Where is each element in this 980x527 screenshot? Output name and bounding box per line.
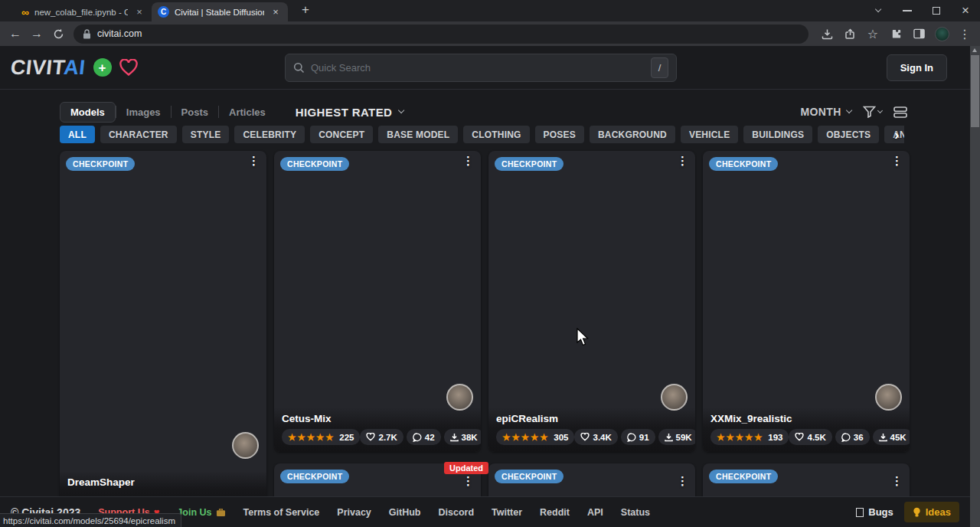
layout-toggle-button[interactable] <box>893 106 907 118</box>
rating-count: 193 <box>768 433 782 442</box>
checkpoint-badge: CHECKPOINT <box>280 157 349 171</box>
period-dropdown[interactable]: MONTH <box>800 106 851 118</box>
chip-vehicle[interactable]: VEHICLE <box>681 126 738 143</box>
chip-base-model[interactable]: BASE MODEL <box>378 126 458 143</box>
model-card-xxmix[interactable]: XXMix_9realistic ★★★★★193 4.5K 36 45K CH… <box>703 151 910 452</box>
sort-dropdown[interactable]: HIGHEST RATED <box>296 106 404 119</box>
civitai-logo[interactable]: CIVITAI <box>9 56 87 80</box>
sign-in-button[interactable]: Sign In <box>887 54 947 81</box>
profile-avatar[interactable] <box>931 23 952 44</box>
footer-right: Bugs Ideas <box>856 502 959 522</box>
footer-link-discord[interactable]: Discord <box>438 507 474 518</box>
support-heart-icon[interactable] <box>119 59 139 77</box>
browser-menu-icon[interactable]: ⋮ <box>954 23 975 44</box>
extensions-puzzle-icon[interactable] <box>885 23 906 44</box>
colab-favicon: ∞ <box>21 7 29 18</box>
window-maximize-button[interactable] <box>922 0 951 21</box>
card-menu-icon[interactable]: ⋮ <box>891 474 903 488</box>
card-info: epiCRealism ★★★★★305 3.4K 91 59K <box>488 408 695 452</box>
card-menu-icon[interactable]: ⋮ <box>677 154 688 168</box>
card-menu-icon[interactable]: ⋮ <box>462 474 474 488</box>
card-menu-icon[interactable]: ⋮ <box>891 154 903 168</box>
chip-character[interactable]: CHARACTER <box>100 126 177 143</box>
downloads-count: 59K <box>676 433 692 442</box>
tab-models[interactable]: Models <box>60 102 116 123</box>
footer-link-join-us[interactable]: Join Us <box>177 507 225 518</box>
creator-avatar[interactable] <box>232 432 259 459</box>
quick-search-bar[interactable]: / <box>285 54 677 82</box>
browser-tab-bar: ∞ new_colab_file.ipynb - Colaborat × C C… <box>0 0 980 21</box>
create-plus-button[interactable]: + <box>93 58 112 77</box>
search-input[interactable] <box>311 62 645 74</box>
back-icon[interactable]: ← <box>5 23 26 44</box>
tab-images[interactable]: Images <box>116 103 171 122</box>
chip-objects[interactable]: OBJECTS <box>818 126 879 143</box>
card-menu-icon[interactable]: ⋮ <box>462 154 474 168</box>
chip-all[interactable]: ALL <box>60 126 95 143</box>
star-icons: ★★★★★ <box>717 432 763 443</box>
page-scrollbar[interactable] <box>970 46 980 527</box>
footer-link-status[interactable]: Status <box>621 507 650 518</box>
address-bar[interactable]: civitai.com <box>74 25 808 44</box>
bookmark-star-icon[interactable]: ☆ <box>862 23 884 44</box>
chevron-down-icon <box>398 107 405 114</box>
reload-icon[interactable] <box>47 23 69 44</box>
downloads-pill: 59K <box>658 429 695 445</box>
card-menu-icon[interactable]: ⋮ <box>677 474 688 488</box>
tab-posts[interactable]: Posts <box>172 103 218 122</box>
tab-close-icon[interactable]: × <box>133 6 145 18</box>
ideas-button[interactable]: Ideas <box>904 502 959 522</box>
checkpoint-badge: CHECKPOINT <box>495 157 564 171</box>
chip-concept[interactable]: CONCEPT <box>310 126 373 143</box>
model-card-dreamshaper[interactable]: DreamShaper CHECKPOINT ⋮ <box>60 151 266 511</box>
rating-count: 225 <box>339 433 354 442</box>
side-panel-icon[interactable] <box>908 23 929 44</box>
card-layout-icon <box>893 106 907 118</box>
browser-toolbar: ← → civitai.com ☆ ⋮ <box>0 21 980 46</box>
chip-style[interactable]: STYLE <box>182 126 230 143</box>
new-tab-button[interactable]: + <box>296 2 315 18</box>
downloads-count: 45K <box>890 433 906 442</box>
share-icon[interactable] <box>839 23 861 44</box>
chip-celebrity[interactable]: CELEBRITY <box>234 126 305 143</box>
browser-tab-civitai[interactable]: C Civitai | Stable Diffusion models, × <box>152 2 288 21</box>
chip-background[interactable]: BACKGROUND <box>590 126 675 143</box>
scrollbar-thumb[interactable] <box>971 55 979 127</box>
likes-pill: 4.5K <box>789 429 831 445</box>
star-icons: ★★★★★ <box>502 432 549 443</box>
comments-count: 42 <box>425 433 435 442</box>
tab-close-icon[interactable]: × <box>270 6 282 18</box>
creator-avatar[interactable] <box>661 384 688 411</box>
tab-search-chevron-icon[interactable] <box>864 0 893 21</box>
model-card-cetus-mix[interactable]: Cetus-Mix ★★★★★225 2.7K 42 38K CHECKPOIN… <box>274 151 481 452</box>
footer-link-twitter[interactable]: Twitter <box>492 507 522 518</box>
tab-articles[interactable]: Articles <box>219 103 276 122</box>
chips-scroll-right-icon[interactable]: › <box>894 126 899 143</box>
checkpoint-badge: CHECKPOINT <box>66 157 135 171</box>
footer-link-api[interactable]: API <box>587 507 603 518</box>
browser-tab-colab[interactable]: ∞ new_colab_file.ipynb - Colaborat × <box>15 2 152 21</box>
chip-poses[interactable]: POSES <box>535 126 584 143</box>
footer-link-reddit[interactable]: Reddit <box>540 507 570 518</box>
creator-avatar[interactable] <box>875 384 902 411</box>
download-icon[interactable] <box>816 23 838 44</box>
card-menu-icon[interactable]: ⋮ <box>248 154 260 168</box>
filter-dropdown[interactable] <box>863 106 882 118</box>
card-info: XXMix_9realistic ★★★★★193 4.5K 36 45K <box>703 408 910 452</box>
comments-pill: 36 <box>835 429 870 445</box>
creator-avatar[interactable] <box>446 384 473 411</box>
footer-link-privacy[interactable]: Privacy <box>337 507 371 518</box>
bugs-button[interactable]: Bugs <box>856 506 893 518</box>
model-card-epicrealism[interactable]: epiCRealism ★★★★★305 3.4K 91 59K CHECKPO… <box>488 151 695 452</box>
window-close-button[interactable]: × <box>951 0 980 21</box>
chip-clothing[interactable]: CLOTHING <box>463 126 529 143</box>
footer-link-terms[interactable]: Terms of Service <box>243 507 320 518</box>
downloads-pill: 38K <box>444 429 481 445</box>
chip-buildings[interactable]: BUILDINGS <box>743 126 812 143</box>
likes-count: 2.7K <box>378 433 397 442</box>
scrollbar-up-arrow[interactable] <box>972 48 977 52</box>
footer-link-github[interactable]: GitHub <box>389 507 421 518</box>
forward-icon[interactable]: → <box>26 23 47 44</box>
window-minimize-button[interactable] <box>893 0 922 21</box>
filter-funnel-icon <box>863 106 876 118</box>
